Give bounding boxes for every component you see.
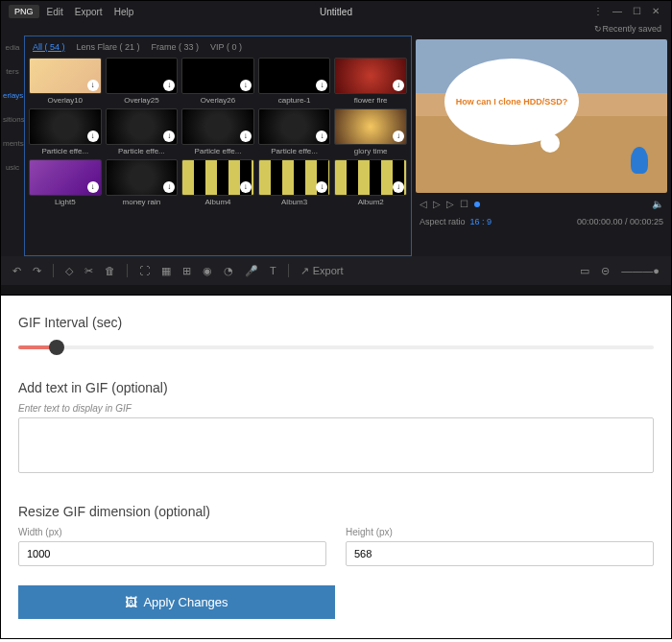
next-icon[interactable]: ▷ bbox=[446, 199, 454, 209]
document-title: Untitled bbox=[320, 7, 352, 17]
menu-bar: Edit Export Help bbox=[47, 7, 134, 17]
download-icon[interactable]: ↓ bbox=[87, 131, 99, 142]
redo-icon[interactable]: ↷ bbox=[33, 265, 41, 277]
timeline[interactable] bbox=[1, 285, 671, 295]
close-icon[interactable]: ✕ bbox=[648, 6, 663, 17]
tag-icon[interactable]: ◇ bbox=[65, 265, 73, 277]
download-icon[interactable]: ↓ bbox=[393, 80, 404, 91]
timecode: 00:00:00.00 / 00:00:25 bbox=[577, 217, 663, 226]
preview-panel: How can I clone HDD/SSD? ◁ ▷ ▷ ☐ 🔈 Aspec… bbox=[412, 36, 671, 256]
download-icon[interactable]: ↓ bbox=[163, 181, 175, 193]
side-nav: edia ters erlays sitions ments usic bbox=[1, 36, 24, 256]
delete-icon[interactable]: 🗑 bbox=[105, 265, 115, 276]
nav-transitions[interactable]: sitions bbox=[1, 107, 24, 131]
play-icon[interactable]: ▷ bbox=[433, 199, 441, 209]
asset-item[interactable]: ↓money rain bbox=[106, 159, 179, 206]
asset-item[interactable]: ↓flower fire bbox=[334, 58, 407, 105]
width-input[interactable] bbox=[18, 541, 326, 566]
download-icon[interactable]: ↓ bbox=[316, 181, 327, 193]
tab-frame[interactable]: Frame ( 33 ) bbox=[152, 42, 200, 52]
asset-item[interactable]: ↓capture-1 bbox=[258, 58, 331, 105]
nav-media[interactable]: edia bbox=[1, 36, 24, 59]
addtext-label: Add text in GIF (optional) bbox=[18, 380, 654, 395]
preview-video[interactable]: How can I clone HDD/SSD? bbox=[416, 39, 667, 193]
download-icon[interactable]: ↓ bbox=[163, 80, 175, 91]
download-icon[interactable]: ↓ bbox=[393, 131, 404, 142]
menu-help[interactable]: Help bbox=[114, 7, 134, 17]
asset-item[interactable]: ↓Album4 bbox=[181, 159, 254, 206]
nav-overlays[interactable]: erlays bbox=[1, 83, 24, 107]
download-icon[interactable]: ↓ bbox=[316, 80, 327, 91]
more-icon[interactable]: ⋮ bbox=[590, 6, 606, 17]
speech-bubble: How can I clone HDD/SSD? bbox=[444, 59, 579, 145]
prev-icon[interactable]: ◁ bbox=[420, 199, 427, 209]
resize-label: Resize GIF dimension (optional) bbox=[18, 504, 654, 519]
zoom-slider[interactable]: ———● bbox=[621, 265, 660, 276]
interval-slider[interactable] bbox=[18, 338, 654, 357]
download-icon[interactable]: ↓ bbox=[163, 131, 175, 142]
asset-item[interactable]: ↓Overlay26 bbox=[181, 58, 254, 105]
menu-export[interactable]: Export bbox=[75, 7, 103, 17]
slider-thumb[interactable] bbox=[49, 340, 64, 355]
topbar: PNG Edit Export Help Untitled ⋮ — ☐ ✕ bbox=[1, 1, 671, 22]
layout-icon[interactable]: ▦ bbox=[161, 265, 171, 277]
undo-icon[interactable]: ↶ bbox=[12, 265, 21, 277]
fit-icon[interactable]: ▭ bbox=[580, 265, 589, 277]
progress-dot[interactable] bbox=[474, 202, 480, 207]
nav-music[interactable]: usic bbox=[1, 155, 24, 179]
character-icon bbox=[631, 147, 648, 174]
nav-elements[interactable]: ments bbox=[1, 131, 24, 155]
asset-item[interactable]: ↓Overlay10 bbox=[29, 58, 102, 105]
mic-icon[interactable]: 🎤 bbox=[245, 265, 258, 277]
download-icon[interactable]: ↓ bbox=[240, 181, 252, 193]
height-label: Height (px) bbox=[346, 527, 654, 537]
record-icon[interactable]: ◉ bbox=[203, 265, 212, 277]
asset-item[interactable]: ↓Light5 bbox=[29, 159, 102, 206]
asset-item[interactable]: ↓Particle effe... bbox=[29, 108, 102, 155]
asset-item[interactable]: ↓Overlay25 bbox=[106, 58, 179, 105]
addtext-hint: Enter text to display in GIF bbox=[18, 403, 654, 414]
app-badge: PNG bbox=[9, 5, 39, 18]
stop-icon[interactable]: ☐ bbox=[460, 199, 468, 209]
tab-all[interactable]: All ( 54 ) bbox=[33, 42, 65, 52]
asset-item[interactable]: ↓Album3 bbox=[258, 159, 331, 206]
addtext-input[interactable] bbox=[18, 417, 654, 473]
download-icon[interactable]: ↓ bbox=[240, 80, 252, 91]
download-icon[interactable]: ↓ bbox=[240, 131, 252, 142]
gif-form: GIF Interval (sec) Add text in GIF (opti… bbox=[0, 296, 672, 639]
menu-edit[interactable]: Edit bbox=[47, 7, 63, 17]
grid-icon[interactable]: ⊞ bbox=[182, 265, 191, 277]
toolbar: ↶ ↷ ◇ ✂ 🗑 ⛶ ▦ ⊞ ◉ ◔ 🎤 T ↗Export ▭ ⊝ ———● bbox=[1, 256, 671, 285]
minimize-icon[interactable]: — bbox=[610, 6, 625, 17]
maximize-icon[interactable]: ☐ bbox=[629, 6, 644, 17]
crop-icon[interactable]: ⛶ bbox=[139, 265, 150, 276]
tab-lens-flare[interactable]: Lens Flare ( 21 ) bbox=[77, 42, 140, 52]
download-icon[interactable]: ↓ bbox=[393, 181, 404, 193]
timer-icon[interactable]: ◔ bbox=[224, 265, 233, 277]
aspect-ratio[interactable]: 16 : 9 bbox=[470, 217, 492, 226]
text-icon[interactable]: T bbox=[270, 265, 276, 276]
recently-saved-badge: ↻Recently saved bbox=[1, 22, 671, 36]
video-editor: PNG Edit Export Help Untitled ⋮ — ☐ ✕ ↻R… bbox=[0, 0, 672, 296]
download-icon[interactable]: ↓ bbox=[87, 80, 99, 91]
nav-filters[interactable]: ters bbox=[1, 59, 24, 83]
image-icon: 🖼 bbox=[125, 595, 137, 609]
download-icon[interactable]: ↓ bbox=[316, 131, 327, 142]
apply-button[interactable]: 🖼 Apply Changes bbox=[18, 585, 335, 619]
asset-item[interactable]: ↓Particle effe... bbox=[258, 108, 331, 155]
download-icon[interactable]: ↓ bbox=[87, 181, 99, 193]
cut-icon[interactable]: ✂ bbox=[84, 265, 93, 277]
height-input[interactable] bbox=[346, 541, 654, 566]
aspect-row: Aspect ratio 16 : 9 00:00:00.00 / 00:00:… bbox=[416, 215, 667, 228]
thumbnail-grid: ↓Overlay10 ↓Overlay25 ↓Overlay26 ↓captur… bbox=[29, 58, 407, 206]
asset-item[interactable]: ↓glory time bbox=[334, 108, 407, 155]
main-area: edia ters erlays sitions ments usic All … bbox=[1, 36, 671, 256]
asset-item[interactable]: ↓Album2 bbox=[334, 159, 407, 206]
tab-vip[interactable]: VIP ( 0 ) bbox=[210, 42, 242, 52]
asset-item[interactable]: ↓Particle effe... bbox=[181, 108, 254, 155]
zoom-icon[interactable]: ⊝ bbox=[601, 265, 610, 277]
asset-item[interactable]: ↓Particle effe... bbox=[106, 108, 179, 155]
volume-icon[interactable]: 🔈 bbox=[652, 199, 663, 209]
width-label: Width (px) bbox=[18, 527, 326, 537]
export-button[interactable]: ↗Export bbox=[300, 265, 344, 277]
